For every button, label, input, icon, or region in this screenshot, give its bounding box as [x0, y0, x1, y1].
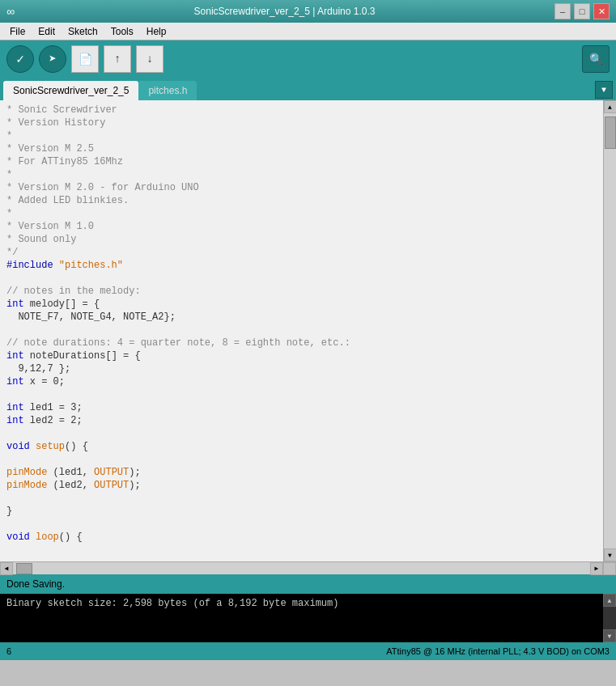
- scroll-h-thumb[interactable]: [16, 563, 32, 574]
- toolbar: ✓ ➤ 📄 ↑ ↓ 🔍: [0, 40, 616, 78]
- maximize-button[interactable]: □: [574, 3, 590, 19]
- menubar: File Edit Sketch Tools Help: [0, 23, 616, 40]
- minimize-button[interactable]: –: [554, 3, 571, 19]
- console-output: Binary sketch size: 2,598 bytes (of a 8,…: [0, 594, 603, 642]
- console-line1: Binary sketch size: 2,598 bytes (of a 8,…: [6, 598, 338, 609]
- line-number: 6: [6, 646, 11, 656]
- status-message: Done Saving.: [6, 578, 65, 590]
- board-info: ATtiny85 @ 16 MHz (internal PLL; 4.3 V B…: [386, 646, 610, 656]
- tab-main-sketch[interactable]: SonicScrewdriver_ver_2_5: [3, 81, 138, 100]
- console-wrapper: Binary sketch size: 2,598 bytes (of a 8,…: [0, 594, 616, 642]
- console-scrollbar[interactable]: ▲ ▼: [603, 594, 616, 642]
- menu-edit[interactable]: Edit: [32, 24, 62, 39]
- console-scroll-up[interactable]: ▲: [603, 594, 616, 607]
- window-controls: – □ ✕: [554, 3, 610, 19]
- menu-tools[interactable]: Tools: [104, 24, 140, 39]
- titlebar-icon: ∞: [6, 5, 15, 18]
- console-scroll-down[interactable]: ▼: [603, 629, 616, 642]
- save-button[interactable]: ↓: [136, 45, 164, 73]
- horizontal-scrollbar[interactable]: ◀ ▶: [0, 561, 616, 574]
- menu-sketch[interactable]: Sketch: [62, 24, 104, 39]
- status-bar: Done Saving.: [0, 574, 616, 594]
- open-button[interactable]: ↑: [104, 45, 131, 73]
- menu-help[interactable]: Help: [140, 24, 173, 39]
- code-text[interactable]: * Sonic Screwdriver * Version History * …: [0, 100, 603, 561]
- titlebar: ∞ SonicScrewdriver_ver_2_5 | Arduino 1.0…: [0, 0, 616, 23]
- tab-pitches[interactable]: pitches.h: [138, 81, 197, 100]
- scroll-thumb[interactable]: [605, 116, 616, 149]
- titlebar-title: SonicScrewdriver_ver_2_5 | Arduino 1.0.3: [194, 6, 376, 17]
- scroll-up-arrow[interactable]: ▲: [604, 100, 617, 113]
- verify-button[interactable]: ✓: [6, 45, 34, 73]
- tabs-bar: SonicScrewdriver_ver_2_5 pitches.h ▼: [0, 78, 616, 100]
- vertical-scrollbar[interactable]: ▲ ▼: [603, 100, 616, 561]
- scroll-down-arrow[interactable]: ▼: [604, 548, 617, 561]
- new-button[interactable]: 📄: [71, 45, 99, 73]
- scroll-right-arrow[interactable]: ▶: [590, 562, 603, 575]
- upload-button[interactable]: ➤: [39, 45, 66, 73]
- tabs-dropdown-button[interactable]: ▼: [595, 81, 613, 99]
- code-editor: * Sonic Screwdriver * Version History * …: [0, 100, 616, 561]
- bottom-status-bar: 6 ATtiny85 @ 16 MHz (internal PLL; 4.3 V…: [0, 642, 616, 660]
- menu-file[interactable]: File: [3, 24, 32, 39]
- scroll-left-arrow[interactable]: ◀: [0, 562, 13, 575]
- close-button[interactable]: ✕: [593, 3, 610, 19]
- search-button[interactable]: 🔍: [582, 45, 610, 73]
